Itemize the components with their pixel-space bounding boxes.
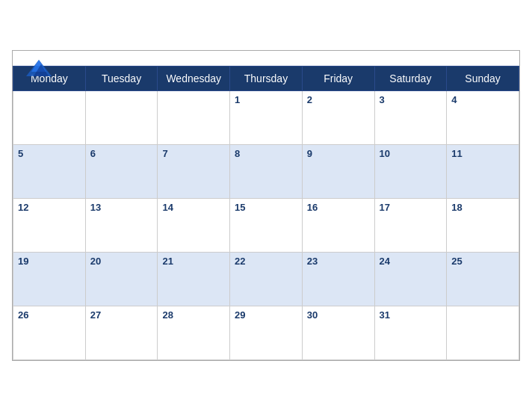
day-number: 22	[235, 256, 245, 267]
calendar-cell: 8	[230, 145, 303, 199]
day-number: 17	[380, 202, 390, 213]
day-number: 3	[380, 94, 385, 105]
day-number: 9	[307, 148, 312, 159]
calendar-cell	[447, 306, 519, 360]
calendar-cell: 30	[302, 306, 374, 360]
calendar-week-row: 1234	[13, 91, 519, 145]
day-number: 10	[380, 148, 390, 159]
calendar-cell: 12	[13, 199, 86, 253]
calendar-cell: 16	[302, 199, 374, 253]
calendar-cell: 17	[374, 199, 447, 253]
calendar-cell: 24	[374, 253, 447, 306]
calendar-cell: 28	[158, 306, 230, 360]
calendar-cell: 19	[13, 253, 86, 306]
day-number: 13	[90, 202, 101, 213]
weekday-header-wednesday: Wednesday	[158, 67, 230, 91]
day-number: 19	[18, 256, 28, 267]
calendar-week-row: 262728293031	[13, 306, 519, 360]
day-number: 7	[162, 148, 167, 159]
day-number: 15	[235, 202, 245, 213]
calendar-cell: 20	[85, 253, 158, 306]
day-number: 8	[235, 148, 240, 159]
calendar-cell: 4	[447, 91, 519, 145]
calendar-cell: 9	[302, 145, 374, 199]
calendar-cell: 2	[302, 91, 374, 145]
calendar-cell: 5	[13, 145, 86, 199]
calendar-week-row: 567891011	[13, 145, 519, 199]
day-number: 12	[18, 202, 28, 213]
calendar-cell: 15	[230, 199, 303, 253]
calendar-week-row: 19202122232425	[13, 253, 519, 306]
weekday-header-row: MondayTuesdayWednesdayThursdayFridaySatu…	[13, 67, 519, 91]
calendar-cell: 29	[230, 306, 303, 360]
calendar-cell: 7	[158, 145, 230, 199]
calendar-cell: 27	[85, 306, 158, 360]
calendar-cell	[158, 91, 230, 145]
day-number: 5	[18, 148, 23, 159]
day-number: 31	[380, 309, 390, 321]
calendar-cell: 11	[447, 145, 519, 199]
day-number: 4	[451, 94, 457, 105]
calendar-grid: MondayTuesdayWednesdayThursdayFridaySatu…	[13, 66, 519, 360]
day-number: 1	[235, 94, 240, 105]
calendar-cell: 13	[85, 199, 158, 253]
day-number: 30	[307, 309, 318, 321]
calendar-cell: 22	[230, 253, 303, 306]
day-number: 27	[90, 309, 101, 321]
calendar-cell: 10	[374, 145, 447, 199]
day-number: 6	[90, 148, 96, 159]
calendar-cell: 21	[158, 253, 230, 306]
calendar-cell: 18	[447, 199, 519, 253]
day-number: 2	[307, 94, 312, 105]
weekday-header-thursday: Thursday	[230, 67, 303, 91]
calendar-cell: 26	[13, 306, 86, 360]
calendar-cell: 14	[158, 199, 230, 253]
day-number: 18	[451, 202, 462, 213]
calendar-cell: 23	[302, 253, 374, 306]
day-number: 24	[380, 256, 390, 267]
calendar-cell: 6	[85, 145, 158, 199]
calendar-cell: 25	[447, 253, 519, 306]
calendar-cell: 1	[230, 91, 303, 145]
weekday-header-saturday: Saturday	[374, 67, 447, 91]
weekday-header-friday: Friday	[302, 67, 374, 91]
day-number: 25	[451, 256, 462, 267]
day-number: 26	[18, 309, 28, 321]
day-number: 16	[307, 202, 318, 213]
calendar-cell	[85, 91, 158, 145]
day-number: 23	[307, 256, 318, 267]
day-number: 28	[162, 309, 173, 321]
day-number: 11	[451, 148, 462, 159]
calendar-cell: 31	[374, 306, 447, 360]
calendar-header	[13, 51, 519, 66]
day-number: 14	[162, 202, 173, 213]
weekday-header-tuesday: Tuesday	[85, 67, 158, 91]
calendar-week-row: 12131415161718	[13, 199, 519, 253]
day-number: 29	[235, 309, 245, 321]
weekday-header-sunday: Sunday	[447, 67, 519, 91]
brand-logo-area	[25, 57, 53, 79]
calendar-wrapper: MondayTuesdayWednesdayThursdayFridaySatu…	[12, 50, 520, 361]
day-number: 21	[162, 256, 173, 267]
day-number: 20	[90, 256, 101, 267]
calendar-cell	[13, 91, 86, 145]
calendar-cell: 3	[374, 91, 447, 145]
